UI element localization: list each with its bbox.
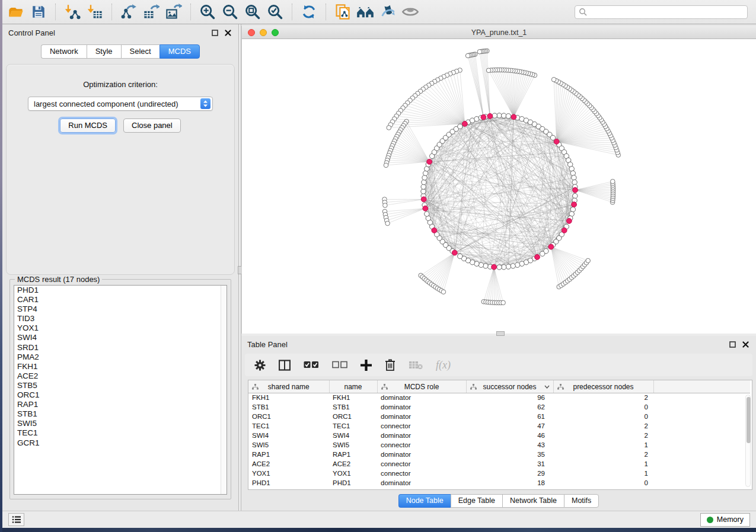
column-header-predecessor-nodes[interactable]: predecessor nodes [553, 380, 653, 393]
cell[interactable]: dominator [377, 478, 466, 488]
table-row[interactable]: TEC1TEC1connector472 [248, 421, 750, 431]
tab-select[interactable]: Select [121, 44, 160, 59]
network-titlebar[interactable]: YPA_prune.txt_1 [242, 26, 756, 39]
close-panel-icon[interactable] [223, 28, 232, 37]
cell[interactable]: PHD1 [248, 478, 329, 488]
cell[interactable]: 96 [466, 393, 553, 402]
mcds-result-item[interactable]: SWI5 [14, 419, 227, 428]
cell[interactable]: FKH1 [329, 393, 377, 402]
memory-button[interactable]: Memory [700, 513, 750, 527]
cell[interactable]: 18 [466, 478, 553, 488]
cell[interactable]: 0 [553, 412, 653, 421]
cell[interactable]: dominator [377, 450, 466, 459]
table-row[interactable]: RAP1RAP1dominator352 [248, 450, 750, 459]
mcds-result-item[interactable]: FKH1 [14, 362, 227, 371]
table-row[interactable]: PHD1PHD1dominator180 [248, 478, 750, 488]
close-panel-icon[interactable] [741, 339, 750, 349]
cell[interactable]: 1 [553, 440, 653, 450]
zoom-in-icon[interactable] [196, 2, 219, 22]
cell[interactable]: 1 [553, 459, 653, 469]
neighborhood-houses-icon[interactable] [354, 2, 377, 22]
cell[interactable]: 47 [466, 421, 553, 431]
cell[interactable]: SWI5 [329, 440, 377, 450]
cell[interactable]: connector [377, 421, 466, 431]
tab-node-table[interactable]: Node Table [398, 494, 451, 508]
cell[interactable]: SWI4 [248, 431, 329, 440]
export-table-icon[interactable] [140, 2, 162, 22]
table-row[interactable]: SWI4SWI4dominator462 [248, 431, 750, 440]
cell[interactable]: 2 [553, 450, 653, 459]
cell[interactable]: 2 [553, 421, 653, 431]
cell[interactable]: dominator [377, 431, 466, 440]
tab-motifs[interactable]: Motifs [564, 494, 599, 508]
cell[interactable]: YOX1 [329, 469, 377, 478]
cell[interactable]: STB1 [329, 402, 377, 412]
cell[interactable]: dominator [377, 393, 466, 402]
cell[interactable]: TEC1 [248, 421, 329, 431]
mcds-result-item[interactable]: PMA2 [14, 352, 227, 362]
table-row[interactable]: FKH1FKH1dominator962 [248, 393, 750, 402]
cell[interactable]: ORC1 [248, 412, 329, 421]
close-panel-button[interactable]: Close panel [123, 118, 181, 133]
table-options-gear-icon[interactable] [254, 360, 266, 371]
tab-mcds[interactable]: MCDS [160, 44, 200, 59]
table-row[interactable]: SWI5SWI5connector431 [248, 440, 750, 450]
cell[interactable]: SWI5 [248, 440, 329, 450]
delete-column-icon[interactable] [385, 359, 395, 371]
mcds-result-item[interactable]: PHD1 [14, 286, 227, 295]
table-row[interactable]: ORC1ORC1dominator610 [248, 412, 750, 421]
table-row[interactable]: YOX1YOX1connector291 [248, 469, 750, 478]
cell[interactable]: dominator [377, 412, 466, 421]
column-header-MCDS-role[interactable]: MCDS role [377, 380, 466, 393]
cell[interactable]: 0 [553, 478, 653, 488]
mcds-result-item[interactable]: RAP1 [14, 400, 227, 409]
splitter-grip[interactable] [496, 331, 505, 336]
mcds-result-item[interactable]: ACE2 [14, 371, 227, 381]
cell[interactable]: TEC1 [329, 421, 377, 431]
cell[interactable]: RAP1 [248, 450, 329, 459]
criterion-select[interactable]: largest connected component (undirected) [28, 97, 213, 111]
table-scrollbar[interactable] [745, 395, 751, 487]
task-history-button[interactable] [8, 513, 24, 526]
show-graphics-details-icon[interactable] [399, 2, 422, 22]
cell[interactable]: 1 [553, 469, 653, 478]
mcds-result-item[interactable]: STB5 [14, 381, 227, 390]
cell[interactable]: 35 [466, 450, 553, 459]
mcds-result-item[interactable]: TEC1 [14, 428, 227, 438]
open-file-icon[interactable] [5, 2, 27, 22]
float-window-icon[interactable] [210, 28, 219, 37]
cell[interactable]: 29 [466, 469, 553, 478]
tab-style[interactable]: Style [87, 44, 121, 59]
select-all-checks-icon[interactable] [304, 361, 319, 369]
tab-edge-table[interactable]: Edge Table [451, 494, 502, 508]
save-session-icon[interactable] [27, 2, 50, 22]
cell[interactable]: 43 [466, 440, 553, 450]
tab-network[interactable]: Network [41, 44, 87, 59]
cell[interactable]: 62 [466, 402, 553, 412]
cell[interactable]: YOX1 [248, 469, 329, 478]
table-row[interactable]: STB1STB1dominator620 [248, 402, 750, 412]
cell[interactable]: 31 [466, 459, 553, 469]
cell[interactable]: ACE2 [248, 459, 329, 469]
list-scrollbar[interactable] [221, 286, 227, 494]
cell[interactable]: 2 [553, 431, 653, 440]
zoom-fit-icon[interactable] [241, 2, 264, 22]
mcds-result-item[interactable]: ORC1 [14, 390, 227, 400]
export-image-icon[interactable] [162, 2, 185, 22]
cell[interactable]: SWI4 [329, 431, 377, 440]
search-box[interactable] [575, 5, 748, 19]
column-header-name[interactable]: name [329, 380, 377, 393]
mcds-result-item[interactable]: YOX1 [14, 323, 227, 333]
mcds-result-item[interactable]: SWI4 [14, 333, 227, 342]
cell[interactable]: 61 [466, 412, 553, 421]
mcds-result-item[interactable]: STB1 [14, 409, 227, 419]
table-row[interactable]: ACE2ACE2connector311 [248, 459, 750, 469]
cell[interactable]: PHD1 [329, 478, 377, 488]
show-columns-icon[interactable] [279, 360, 291, 371]
column-header-successor-nodes[interactable]: successor nodes [466, 380, 553, 393]
mcds-result-item[interactable]: SRD1 [14, 343, 227, 352]
cell[interactable]: ACE2 [329, 459, 377, 469]
mcds-result-item[interactable]: TID3 [14, 314, 227, 323]
import-network-icon[interactable] [61, 2, 84, 22]
cell[interactable]: connector [377, 440, 466, 450]
